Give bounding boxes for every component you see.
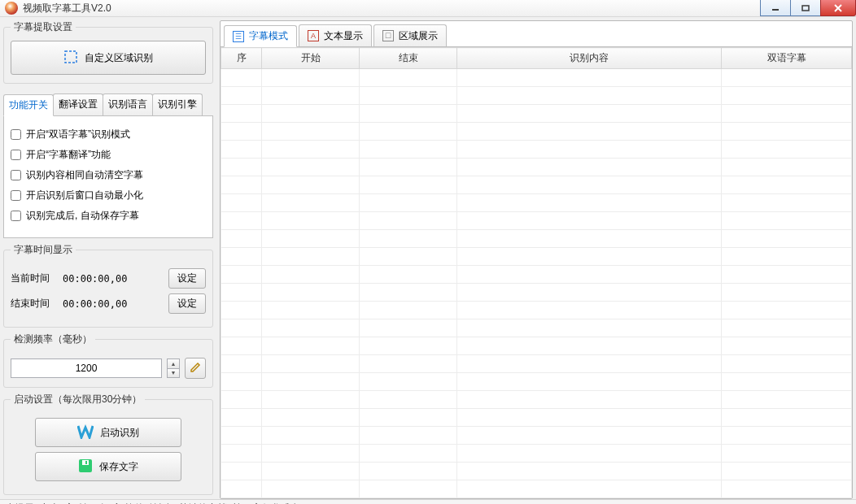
pencil-icon — [190, 362, 201, 376]
table-row[interactable] — [221, 87, 852, 105]
check-autosave[interactable]: 识别完成后, 自动保存字幕 — [11, 206, 206, 226]
tab-function-switch[interactable]: 功能开关 — [3, 94, 54, 116]
svg-rect-4 — [65, 51, 76, 63]
settings-tabs: 功能开关 翻译设置 识别语言 识别引擎 开启“双语字幕”识别模式 开启“字幕翻译… — [3, 89, 213, 238]
titlebar: 视频取字幕工具V2.0 — [0, 0, 856, 17]
checkbox[interactable] — [11, 129, 21, 140]
letter-a-icon: A — [308, 30, 319, 41]
custom-region-label: 自定义区域识别 — [85, 51, 153, 65]
table-row[interactable] — [221, 123, 852, 141]
table-row[interactable] — [221, 355, 852, 373]
table-row[interactable] — [221, 266, 852, 284]
checkbox[interactable] — [11, 170, 21, 180]
checkbox[interactable] — [11, 190, 21, 201]
table-row[interactable] — [221, 463, 852, 480]
tab-recog-language[interactable]: 识别语言 — [103, 93, 153, 115]
table-row[interactable] — [221, 409, 852, 427]
time-display-group: 字幕时间显示 当前时间 00:00:00,00 设定 结束时间 00:00:00… — [3, 243, 213, 328]
check-minimize[interactable]: 开启识别后窗口自动最小化 — [11, 185, 206, 206]
start-settings-group: 启动设置（每次限用30分钟） 启动识别 保存文字 — [3, 393, 213, 495]
current-time-value: 00:00:00,00 — [63, 273, 162, 285]
tab-recog-engine[interactable]: 识别引擎 — [152, 93, 203, 115]
col-start[interactable]: 开始 — [262, 48, 360, 69]
col-end[interactable]: 结束 — [360, 48, 457, 69]
checkbox[interactable] — [11, 150, 21, 160]
table-row[interactable] — [221, 391, 852, 409]
check-translate[interactable]: 开启“字幕翻译”功能 — [11, 145, 206, 165]
checkbox[interactable] — [11, 211, 21, 221]
spinner-up-icon[interactable]: ▲ — [168, 359, 179, 368]
table-row[interactable] — [221, 176, 852, 194]
minimize-button[interactable] — [760, 0, 791, 16]
tab-translate-settings[interactable]: 翻译设置 — [53, 93, 103, 115]
tab-body: 开启“双语字幕”识别模式 开启“字幕翻译”功能 识别内容相同自动清空字幕 开启识… — [3, 116, 213, 238]
extract-settings-legend: 字幕提取设置 — [11, 20, 76, 34]
col-sequence[interactable]: 序 — [221, 48, 262, 69]
maximize-button[interactable] — [790, 0, 821, 16]
end-time-label: 结束时间 — [11, 297, 56, 311]
svg-rect-1 — [802, 6, 809, 11]
table-row[interactable] — [221, 248, 852, 266]
save-text-button[interactable]: 保存文字 — [35, 452, 181, 481]
save-text-label: 保存文字 — [99, 460, 138, 474]
list-icon: ☰ — [233, 31, 244, 42]
table-row[interactable] — [221, 141, 852, 159]
time-display-legend: 字幕时间显示 — [11, 243, 76, 257]
tab-text-display[interactable]: A 文本显示 — [299, 24, 372, 46]
table-row[interactable] — [221, 105, 852, 123]
check-bilingual-mode[interactable]: 开启“双语字幕”识别模式 — [11, 124, 206, 145]
subtitle-table[interactable]: 序 开始 结束 识别内容 双语字幕 — [221, 47, 852, 498]
start-recognition-label: 启动识别 — [100, 426, 139, 440]
frequency-legend: 检测频率（毫秒） — [11, 332, 95, 346]
window-controls — [760, 0, 856, 16]
table-row[interactable] — [221, 480, 852, 498]
table-row[interactable] — [221, 427, 852, 445]
frequency-group: 检测频率（毫秒） ▲ ▼ — [3, 332, 213, 388]
right-tabs: ☰ 字幕模式 A 文本显示 ☐ 区域展示 — [221, 21, 852, 47]
edit-frequency-button[interactable] — [185, 358, 206, 379]
check-clear-duplicate[interactable]: 识别内容相同自动清空字幕 — [11, 165, 206, 185]
col-bilingual[interactable]: 双语字幕 — [722, 48, 852, 69]
extract-settings-group: 字幕提取设置 自定义区域识别 — [3, 20, 213, 84]
crop-icon — [63, 50, 78, 67]
set-end-button[interactable]: 设定 — [168, 293, 206, 314]
table-row[interactable] — [221, 212, 852, 230]
start-settings-legend: 启动设置（每次限用30分钟） — [11, 393, 145, 406]
svg-rect-7 — [85, 461, 87, 464]
col-content[interactable]: 识别内容 — [457, 48, 722, 69]
set-current-button[interactable]: 设定 — [168, 268, 206, 289]
end-time-value: 00:00:00,00 — [63, 298, 162, 310]
table-row[interactable] — [221, 230, 852, 248]
table-row[interactable] — [221, 69, 852, 87]
frequency-spinner[interactable]: ▲ ▼ — [167, 358, 180, 378]
window-title: 视频取字幕工具V2.0 — [23, 2, 111, 15]
status-bar: 小提示: 点击 [启动识别] 后, 软件默认有3秒钟的空档时间, 方便您准备一下 — [0, 499, 856, 504]
save-icon — [78, 458, 93, 476]
table-row[interactable] — [221, 337, 852, 355]
table-row[interactable] — [221, 159, 852, 176]
start-recognition-button[interactable]: 启动识别 — [35, 418, 181, 447]
w-icon — [77, 424, 94, 441]
table-row[interactable] — [221, 194, 852, 212]
current-time-label: 当前时间 — [11, 272, 56, 285]
tab-subtitle-mode[interactable]: ☰ 字幕模式 — [224, 25, 297, 47]
custom-region-button[interactable]: 自定义区域识别 — [11, 41, 206, 75]
table-row[interactable] — [221, 319, 852, 337]
tab-region-display[interactable]: ☐ 区域展示 — [373, 24, 447, 46]
table-row[interactable] — [221, 373, 852, 391]
app-icon — [5, 2, 18, 15]
table-row[interactable] — [221, 445, 852, 463]
table-row[interactable] — [221, 302, 852, 319]
box-icon: ☐ — [382, 30, 394, 41]
table-row[interactable] — [221, 284, 852, 302]
spinner-down-icon[interactable]: ▼ — [168, 368, 179, 378]
close-button[interactable] — [820, 0, 856, 16]
frequency-input[interactable] — [11, 358, 162, 378]
